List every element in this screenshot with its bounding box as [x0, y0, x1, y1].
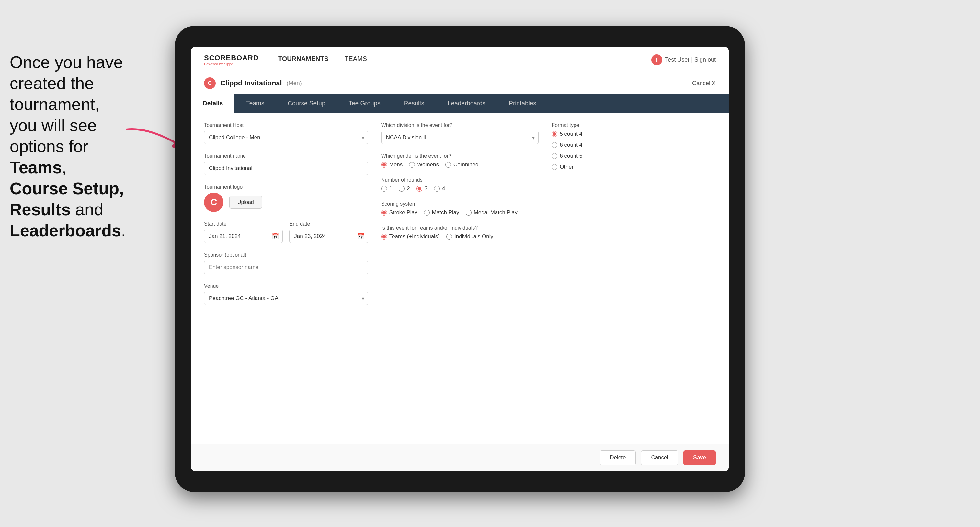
form-footer: Delete Cancel Save [191, 444, 729, 471]
cancel-button[interactable]: Cancel X [692, 80, 716, 87]
format-5count4-radio[interactable] [552, 131, 557, 137]
tournament-host-label: Tournament Host [204, 122, 368, 128]
format-6count4-option[interactable]: 6 count 4 [552, 142, 709, 148]
scoring-radio-group: Stroke Play Match Play Medal Match Play [381, 210, 539, 216]
user-area: T Test User | Sign out [651, 54, 716, 65]
gender-combined-option[interactable]: Combined [445, 162, 479, 168]
rounds-1-option[interactable]: 1 [381, 186, 392, 192]
form-column-3: Format type 5 count 4 6 count 4 [545, 122, 716, 435]
teams-individuals-radio[interactable] [446, 234, 452, 240]
rounds-3-option[interactable]: 3 [417, 186, 428, 192]
venue-label: Venue [204, 283, 368, 289]
top-navigation: SCOREBOARD Powered by clippd TOURNAMENTS… [191, 47, 729, 73]
gender-womens-option[interactable]: Womens [409, 162, 439, 168]
tournament-logo-label: Tournament logo [204, 184, 368, 190]
tab-printables[interactable]: Printables [497, 94, 548, 113]
tab-course-setup[interactable]: Course Setup [276, 94, 337, 113]
format-6count5-option[interactable]: 6 count 5 [552, 153, 709, 159]
scoring-medal-radio[interactable] [466, 210, 471, 216]
upload-button[interactable]: Upload [229, 196, 262, 209]
teams-group: Is this event for Teams and/or Individua… [381, 225, 539, 240]
tab-details[interactable]: Details [191, 94, 234, 113]
division-select-wrapper: NCAA Division III [381, 131, 539, 144]
logo-upload-area: C Upload [204, 193, 368, 212]
user-sign-out[interactable]: Test User | Sign out [665, 56, 716, 63]
sponsor-group: Sponsor (optional) [204, 252, 368, 274]
teams-plus-option[interactable]: Teams (+Individuals) [381, 233, 440, 240]
gender-combined-label: Combined [453, 162, 479, 168]
venue-select-wrapper: Peachtree GC - Atlanta - GA [204, 292, 368, 305]
start-date-input[interactable] [204, 230, 283, 243]
save-button[interactable]: Save [683, 450, 716, 465]
scoring-group: Scoring system Stroke Play Match Play [381, 201, 539, 216]
delete-button[interactable]: Delete [600, 450, 636, 465]
tab-teams[interactable]: Teams [234, 94, 276, 113]
format-5count4-option[interactable]: 5 count 4 [552, 131, 709, 137]
teams-plus-label: Teams (+Individuals) [389, 233, 440, 240]
end-date-input[interactable] [289, 230, 368, 243]
tournament-name-group: Tournament name [204, 153, 368, 175]
form-column-2: Which division is the event for? NCAA Di… [375, 122, 546, 435]
gender-mens-radio[interactable] [381, 162, 387, 168]
tournament-name-input[interactable] [204, 162, 368, 175]
division-label: Which division is the event for? [381, 122, 539, 128]
end-date-wrapper [289, 230, 368, 243]
rounds-3-radio[interactable] [417, 186, 422, 192]
format-other-radio[interactable] [552, 164, 557, 170]
scoring-medal-option[interactable]: Medal Match Play [466, 210, 517, 216]
logo-preview: C [204, 193, 223, 212]
scoring-stroke-radio[interactable] [381, 210, 387, 216]
format-6count5-radio[interactable] [552, 153, 557, 159]
teams-individuals-label: Individuals Only [454, 233, 493, 240]
division-select[interactable]: NCAA Division III [381, 131, 539, 144]
format-6count4-label: 6 count 4 [560, 142, 582, 148]
tournament-icon: C [204, 77, 216, 89]
nav-links: TOURNAMENTS TEAMS [278, 55, 651, 64]
teams-individuals-option[interactable]: Individuals Only [446, 233, 493, 240]
sponsor-input[interactable] [204, 260, 368, 274]
nav-teams[interactable]: TEAMS [345, 55, 367, 64]
format-other-option[interactable]: Other [552, 164, 709, 170]
format-6count5-label: 6 count 5 [560, 153, 582, 159]
gender-mens-label: Mens [389, 162, 403, 168]
text-line5: options for [10, 137, 88, 156]
gender-group: Which gender is the event for? Mens Wome… [381, 153, 539, 168]
venue-group: Venue Peachtree GC - Atlanta - GA [204, 283, 368, 305]
rounds-2-label: 2 [407, 186, 410, 192]
tournament-host-group: Tournament Host Clippd College - Men [204, 122, 368, 144]
venue-select[interactable]: Peachtree GC - Atlanta - GA [204, 292, 368, 305]
tab-leaderboards[interactable]: Leaderboards [436, 94, 497, 113]
scoring-stroke-option[interactable]: Stroke Play [381, 210, 417, 216]
format-group: Format type 5 count 4 6 count 4 [552, 122, 709, 170]
scoring-label: Scoring system [381, 201, 539, 207]
scoring-match-radio[interactable] [424, 210, 430, 216]
cancel-form-button[interactable]: Cancel [641, 450, 678, 465]
gender-combined-radio[interactable] [445, 162, 451, 168]
tournament-name: Clippd Invitational [220, 79, 282, 87]
text-teams: Teams [10, 158, 62, 177]
gender-radio-group: Mens Womens Combined [381, 162, 539, 168]
format-6count4-radio[interactable] [552, 142, 557, 148]
rounds-1-radio[interactable] [381, 186, 387, 192]
gender-womens-radio[interactable] [409, 162, 415, 168]
rounds-4-radio[interactable] [434, 186, 440, 192]
form-column-1: Tournament Host Clippd College - Men Tou… [204, 122, 375, 435]
tab-tee-groups[interactable]: Tee Groups [337, 94, 392, 113]
format-options: 5 count 4 6 count 4 6 count 5 [552, 131, 709, 170]
end-date-group: End date [289, 221, 368, 243]
teams-plus-radio[interactable] [381, 234, 387, 240]
tournament-title-area: C Clippd Invitational (Men) [204, 77, 302, 89]
logo-subtitle: Powered by clippd [204, 62, 259, 66]
rounds-2-radio[interactable] [399, 186, 404, 192]
text-line2: created the [10, 74, 94, 92]
tournament-host-select[interactable]: Clippd College - Men [204, 131, 368, 144]
main-content: Tournament Host Clippd College - Men Tou… [191, 113, 729, 471]
rounds-2-option[interactable]: 2 [399, 186, 410, 192]
nav-tournaments[interactable]: TOURNAMENTS [278, 55, 328, 64]
rounds-3-label: 3 [425, 186, 428, 192]
gender-mens-option[interactable]: Mens [381, 162, 403, 168]
rounds-4-option[interactable]: 4 [434, 186, 445, 192]
tab-results[interactable]: Results [392, 94, 436, 113]
scoring-stroke-label: Stroke Play [389, 210, 417, 216]
scoring-match-option[interactable]: Match Play [424, 210, 459, 216]
